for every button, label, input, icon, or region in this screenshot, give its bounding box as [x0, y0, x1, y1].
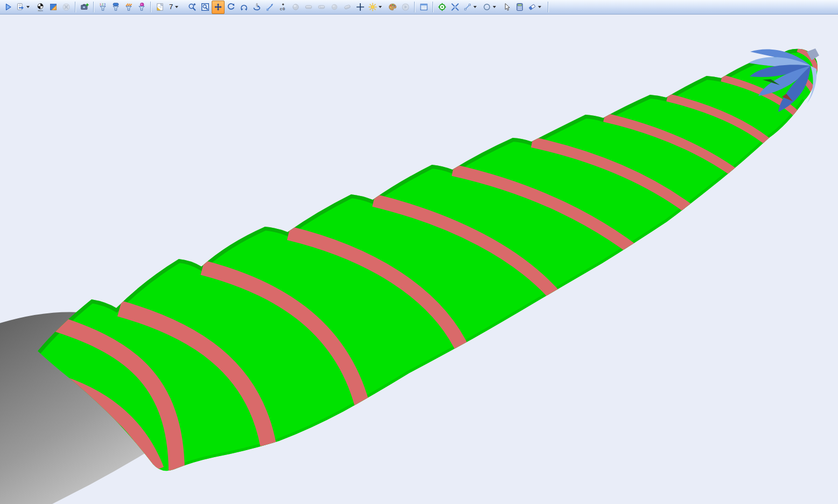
rotate-3d-icon — [227, 3, 235, 11]
sun-icon — [368, 3, 377, 11]
dropdown-arrow-icon[interactable] — [379, 6, 382, 8]
palette-icon — [388, 3, 397, 11]
toolbar-separator — [414, 2, 415, 12]
svg-text:c0: c0 — [280, 6, 285, 11]
tool-ball-nose-button — [289, 1, 302, 14]
c0-point-button[interactable]: c0 — [276, 1, 289, 14]
select-button[interactable] — [500, 1, 513, 14]
doc-export-icon — [16, 3, 25, 11]
drill-flute-body — [38, 49, 818, 471]
rotate-axis-button[interactable] — [250, 1, 263, 14]
cursor-icon — [502, 3, 511, 11]
cancel-button — [60, 1, 73, 14]
dropdown-arrow-icon[interactable] — [26, 6, 30, 8]
viewport-3d[interactable] — [0, 15, 838, 504]
eraser-button[interactable] — [526, 1, 546, 14]
cancel-icon — [62, 3, 71, 11]
lighting-button[interactable] — [367, 1, 386, 14]
filter-wheel-icon — [111, 3, 120, 11]
mass-icon: mass — [36, 3, 45, 11]
circle-snap-button[interactable] — [481, 1, 500, 14]
sphere-icon — [330, 3, 339, 11]
window-list-button[interactable] — [417, 1, 430, 14]
cyl2-icon — [317, 3, 326, 11]
filter-disc-icon — [137, 3, 146, 11]
capture-image-button[interactable] — [78, 1, 91, 14]
line-snap-button[interactable] — [462, 1, 481, 14]
cyl-icon — [304, 3, 313, 11]
play-circle-icon — [401, 3, 410, 11]
target-icon — [438, 3, 446, 11]
capsule-icon — [343, 3, 352, 11]
filter-sparks-button[interactable] — [122, 1, 135, 14]
pan-button[interactable] — [212, 1, 225, 14]
pan-icon — [214, 3, 222, 11]
animate-button — [399, 1, 412, 14]
measure-button[interactable] — [263, 1, 276, 14]
svg-text:3: 3 — [104, 3, 106, 6]
zoom-in-icon — [188, 3, 197, 11]
window-list-icon — [420, 3, 428, 11]
setup-plane-button[interactable] — [47, 1, 60, 14]
filter-sparks-icon — [124, 3, 133, 11]
svg-text:2: 2 — [102, 3, 103, 6]
cross-marker-button[interactable] — [354, 1, 367, 14]
zoom-window-icon — [201, 3, 210, 11]
dropdown-arrow-icon[interactable] — [175, 6, 178, 8]
play-icon — [4, 3, 12, 11]
calculator-icon — [515, 3, 524, 11]
dropdown-arrow-icon[interactable] — [473, 6, 477, 8]
sheet-view-button[interactable] — [153, 1, 166, 14]
drill-model-scene — [0, 15, 838, 504]
sheet-icon — [156, 3, 164, 11]
run-button[interactable] — [2, 1, 15, 14]
filter-numbers-button[interactable]: 123 — [96, 1, 109, 14]
filter-123-icon: 123 — [99, 3, 107, 11]
plane-icon — [49, 3, 58, 11]
zoom-in-button[interactable] — [186, 1, 199, 14]
camera-add-icon — [80, 3, 89, 11]
tool-cylinder-1-button — [302, 1, 315, 14]
line-icon — [463, 3, 472, 11]
mass-properties-button[interactable]: mass — [34, 1, 47, 14]
ball-icon — [291, 3, 300, 11]
rotate-axis-icon — [253, 3, 261, 11]
tool-sphere-button — [328, 1, 341, 14]
eraser-icon — [528, 3, 536, 11]
toolbar-separator — [548, 2, 549, 12]
x-snap-icon — [451, 3, 459, 11]
dropdown-arrow-icon[interactable] — [538, 6, 541, 8]
page-number-button[interactable]: 7 — [166, 1, 186, 14]
export-report-button[interactable] — [15, 1, 34, 14]
zoom-window-button[interactable] — [199, 1, 212, 14]
dropdown-arrow-icon[interactable] — [493, 6, 496, 8]
toolbar-separator — [93, 2, 94, 12]
colors-palette-button[interactable] — [386, 1, 399, 14]
filter-disc-button[interactable] — [135, 1, 148, 14]
filter-wheel-button[interactable] — [109, 1, 122, 14]
cross-icon — [356, 3, 365, 11]
tool-cylinder-2-button — [315, 1, 328, 14]
circle-icon — [483, 3, 491, 11]
calculator-button[interactable] — [513, 1, 526, 14]
svg-text:mass: mass — [38, 10, 43, 11]
measure-arrow-icon — [266, 3, 274, 11]
target-point-button[interactable] — [436, 1, 449, 14]
main-toolbar: mass1237c0 — [0, 0, 838, 15]
svg-text:1: 1 — [100, 3, 101, 6]
tool-capsule-button — [341, 1, 354, 14]
page-number-label: 7 — [168, 3, 173, 11]
rotate-free-icon — [240, 3, 248, 11]
intersection-snap-button[interactable] — [449, 1, 462, 14]
toolbar-separator — [150, 2, 151, 12]
c0-icon: c0 — [278, 3, 287, 11]
toolbar-separator — [75, 2, 76, 12]
rotate-free-button[interactable] — [238, 1, 250, 14]
rotate-3d-button[interactable] — [225, 1, 238, 14]
toolbar-separator — [432, 2, 434, 12]
